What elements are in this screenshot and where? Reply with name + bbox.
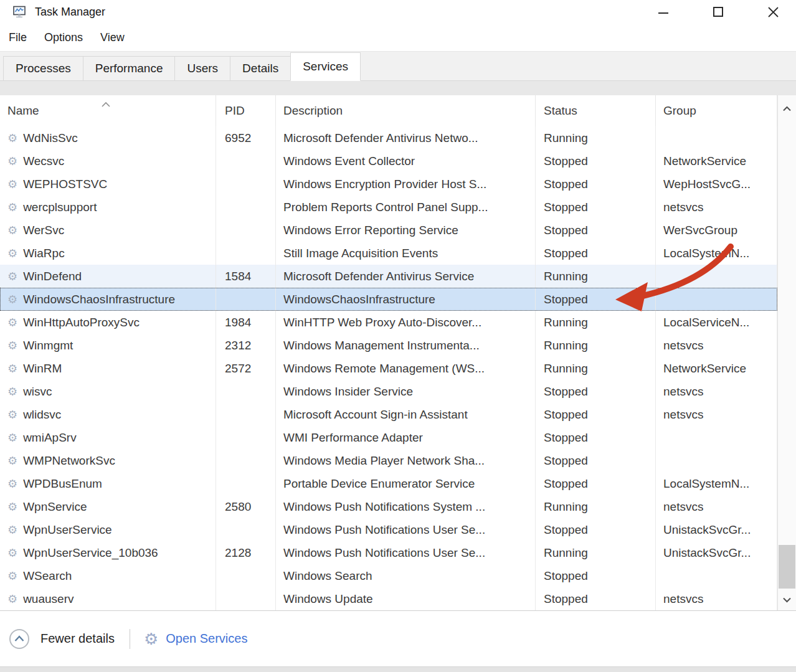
table-row[interactable]: ⚙ Wecsvc Windows Event Collector Stopped… [0, 149, 777, 173]
cell-name: WinRM [23, 362, 62, 376]
service-gear-icon: ⚙ [7, 225, 17, 236]
cell-group: netsvcs [656, 334, 777, 357]
cell-status: Stopped [536, 403, 656, 426]
menu-item-file[interactable]: File [9, 31, 27, 44]
tab-users[interactable]: Users [174, 56, 230, 81]
titlebar: Task Manager [0, 0, 796, 24]
table-row[interactable]: ⚙ WdNisSvc 6952 Microsoft Defender Antiv… [0, 126, 777, 149]
cell-pid [216, 426, 276, 449]
table-row[interactable]: ⚙ WpnUserService_10b036 2128 Windows Pus… [0, 541, 777, 564]
cell-pid: 2128 [216, 541, 276, 564]
table-row[interactable]: ⚙ WPDBusEnum Portable Device Enumerator … [0, 472, 777, 495]
cell-pid: 1984 [216, 311, 276, 334]
cell-pid [216, 219, 276, 242]
column-header-status[interactable]: Status [536, 95, 656, 126]
cell-group: netsvcs [656, 403, 777, 426]
minimize-button[interactable] [649, 0, 678, 24]
table-row[interactable]: ⚙ WiaRpc Still Image Acquisition Events … [0, 242, 777, 265]
close-icon [767, 6, 779, 18]
vertical-scrollbar[interactable] [777, 95, 796, 610]
table-row[interactable]: ⚙ wercplsupport Problem Reports Control … [0, 196, 777, 219]
fewer-details-button[interactable]: Fewer details [9, 628, 115, 650]
cell-status: Stopped [536, 149, 656, 173]
scroll-down-button[interactable] [778, 590, 796, 609]
menu-item-options[interactable]: Options [44, 31, 83, 44]
table-row[interactable]: ⚙ WpnService 2580 Windows Push Notificat… [0, 495, 777, 518]
table-row[interactable]: ⚙ WerSvc Windows Error Reporting Service… [0, 219, 777, 242]
table-row[interactable]: ⚙ wuauserv Windows Update Stopped netsvc… [0, 587, 777, 610]
services-table-body: ⚙ WdNisSvc 6952 Microsoft Defender Antiv… [0, 126, 777, 610]
cell-group [656, 449, 777, 472]
cell-description: Windows Push Notifications System ... [276, 495, 536, 518]
table-row[interactable]: ⚙ wlidsvc Microsoft Account Sign-in Assi… [0, 403, 777, 426]
tab-processes[interactable]: Processes [3, 56, 83, 81]
menu-item-view[interactable]: View [100, 31, 125, 44]
cell-status: Running [536, 541, 656, 564]
cell-status: Stopped [536, 242, 656, 265]
table-row[interactable]: ⚙ WinDefend 1584 Microsoft Defender Anti… [0, 265, 777, 288]
cell-pid [216, 564, 276, 587]
service-gear-icon: ⚙ [7, 294, 17, 305]
table-row[interactable]: ⚙ WSearch Windows Search Stopped [0, 564, 777, 587]
cell-description: Portable Device Enumerator Service [276, 472, 536, 495]
cell-name: WpnUserService_10b036 [23, 546, 158, 560]
cell-group: UnistackSvcGr... [656, 518, 777, 541]
table-row[interactable]: ⚙ WinHttpAutoProxySvc 1984 WinHTTP Web P… [0, 311, 777, 334]
table-row[interactable]: ⚙ WMPNetworkSvc Windows Media Player Net… [0, 449, 777, 472]
table-row[interactable]: ⚙ WindowsChaosInfrastructure WindowsChao… [0, 288, 777, 311]
cell-description: Windows Error Reporting Service [276, 219, 536, 242]
tab-services[interactable]: Services [290, 52, 361, 81]
footer-separator [130, 629, 130, 649]
footer-bar: Fewer details ⚙ Open Services [0, 610, 796, 666]
cell-status: Stopped [536, 426, 656, 449]
cell-pid [216, 380, 276, 403]
cell-pid: 2312 [216, 334, 276, 357]
service-gear-icon: ⚙ [7, 363, 17, 374]
cell-status: Stopped [536, 449, 656, 472]
cell-description: Windows Media Player Network Sha... [276, 449, 536, 472]
table-row[interactable]: ⚙ WinRM 2572 Windows Remote Management (… [0, 357, 777, 380]
cell-group: LocalSystemN... [656, 242, 777, 265]
cell-group: netsvcs [656, 587, 777, 610]
cell-description: Microsoft Defender Antivirus Netwo... [276, 126, 536, 149]
cell-status: Running [536, 126, 656, 149]
fewer-details-label: Fewer details [40, 632, 115, 646]
column-header-description[interactable]: Description [276, 95, 536, 126]
service-gear-icon: ⚙ [7, 386, 17, 397]
cell-pid: 2572 [216, 357, 276, 380]
cell-description: Microsoft Account Sign-in Assistant [276, 403, 536, 426]
sort-ascending-icon [101, 97, 111, 110]
scroll-up-button[interactable] [778, 99, 796, 118]
service-gear-icon: ⚙ [7, 594, 17, 605]
column-header-pid[interactable]: PID [216, 95, 276, 126]
open-services-link[interactable]: ⚙ Open Services [144, 631, 247, 647]
table-row[interactable]: ⚙ Winmgmt 2312 Windows Management Instru… [0, 334, 777, 357]
tab-content-divider [0, 81, 796, 95]
scrollbar-thumb[interactable] [779, 545, 795, 589]
close-button[interactable] [759, 0, 787, 24]
cell-status: Stopped [536, 288, 656, 311]
window-title: Task Manager [35, 6, 105, 19]
service-gear-icon: ⚙ [7, 570, 17, 582]
table-row[interactable]: ⚙ WEPHOSTSVC Windows Encryption Provider… [0, 173, 777, 196]
table-row[interactable]: ⚙ wmiApSrv WMI Performance Adapter Stopp… [0, 426, 777, 449]
cell-status: Stopped [536, 196, 656, 219]
table-row[interactable]: ⚙ WpnUserService Windows Push Notificati… [0, 518, 777, 541]
cell-status: Stopped [536, 173, 656, 196]
cell-status: Stopped [536, 564, 656, 587]
cell-pid [216, 173, 276, 196]
tab-performance[interactable]: Performance [83, 56, 176, 81]
cell-name: Winmgmt [23, 339, 73, 353]
maximize-button[interactable] [704, 0, 732, 24]
cell-name: WSearch [23, 569, 72, 583]
chevron-up-circle-icon [9, 628, 30, 650]
tab-details[interactable]: Details [230, 56, 291, 81]
service-gear-icon: ⚙ [7, 156, 17, 167]
service-gear-icon: ⚙ [7, 179, 17, 190]
column-header-name[interactable]: Name [0, 95, 216, 126]
cell-group: LocalServiceN... [656, 311, 777, 334]
column-header-group[interactable]: Group [656, 95, 777, 126]
cell-description: Problem Reports Control Panel Supp... [276, 196, 536, 219]
table-row[interactable]: ⚙ wisvc Windows Insider Service Stopped … [0, 380, 777, 403]
cell-pid [216, 196, 276, 219]
